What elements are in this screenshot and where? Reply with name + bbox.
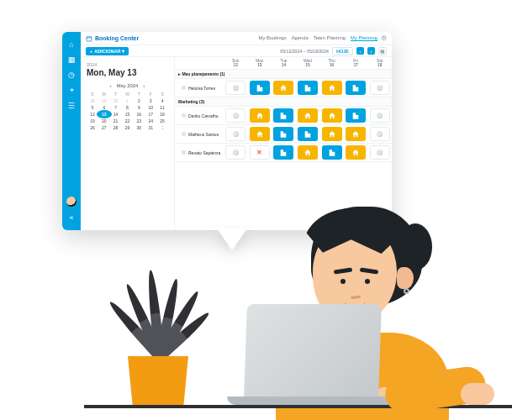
calendar-icon <box>86 35 92 42</box>
day-cell[interactable] <box>344 108 368 123</box>
plus-icon: + <box>90 49 92 54</box>
plan-row: Renato Sapienza <box>175 144 392 162</box>
doc-icon[interactable]: ☰ <box>68 102 75 110</box>
cal-prev-icon[interactable]: ‹ <box>110 83 112 88</box>
day-cell[interactable] <box>367 145 392 160</box>
illustration <box>0 202 512 420</box>
cal-next-icon[interactable]: › <box>143 83 145 88</box>
day-cell[interactable] <box>248 127 272 141</box>
day-cell[interactable] <box>224 127 248 141</box>
day-cell[interactable] <box>272 81 296 95</box>
person-illustration <box>252 202 471 403</box>
prev-week-button[interactable]: ‹ <box>356 47 364 55</box>
planning-panel: Sun12Mon13Tue14Wed15Thu16Fri17Sat18 ▸ Me… <box>175 57 392 230</box>
date-range: 05/12/2024 – 05/18/2024 <box>280 49 329 54</box>
day-cell[interactable] <box>272 108 296 123</box>
day-cell[interactable] <box>296 127 320 141</box>
plan-row: Danilo Carvalho <box>175 107 392 125</box>
day-cell[interactable] <box>344 145 368 160</box>
day-cell[interactable] <box>367 81 392 95</box>
plan-group[interactable]: Marketing (3) <box>175 97 392 107</box>
day-cell[interactable] <box>224 145 248 160</box>
day-cell[interactable] <box>319 127 344 141</box>
day-cell[interactable] <box>272 127 296 141</box>
chevron-down-icon: ▾ <box>122 49 124 54</box>
speech-pointer <box>217 228 247 250</box>
collapse-icon[interactable]: « <box>69 213 73 222</box>
gear-icon[interactable]: ⚙ <box>381 34 387 42</box>
calendar-grid[interactable]: SMTWTFS282930123456789101112131415161718… <box>87 92 168 130</box>
day-cell[interactable] <box>248 81 272 95</box>
day-cell[interactable] <box>319 108 344 123</box>
plan-group[interactable]: ▸ Meu planejamento (1) <box>175 70 392 79</box>
day-cell[interactable] <box>319 145 344 160</box>
cal-month-label: May 2024 <box>117 83 138 88</box>
person-name: Matheus Santos <box>175 132 224 137</box>
day-cell[interactable] <box>367 127 392 141</box>
day-cell[interactable] <box>248 145 272 160</box>
nav-my-planning[interactable]: My Planning <box>351 35 377 41</box>
sub-bar: + ADICIONAR ▾ 05/12/2024 – 05/18/2024 HO… <box>81 45 392 57</box>
mini-calendar: 2024 Mon, May 13 ‹ May 2024 › SMTWTFS282… <box>81 57 175 230</box>
booking-app-window: ⌂ ▦ ◷ ⌖ ☰ « Booking Center My Bookings A… <box>62 32 392 230</box>
avatar[interactable] <box>66 197 77 207</box>
day-cell[interactable] <box>296 108 320 123</box>
top-bar: Booking Center My Bookings Agenda Team P… <box>81 32 392 45</box>
day-cell[interactable] <box>319 81 344 95</box>
current-date: 2024 Mon, May 13 <box>87 62 168 77</box>
day-cell[interactable] <box>296 81 320 95</box>
top-nav: My Bookings Agenda Team Planning My Plan… <box>259 35 377 41</box>
page-title: Booking Center <box>86 35 139 42</box>
add-button[interactable]: + ADICIONAR ▾ <box>86 47 129 55</box>
pin-icon[interactable]: ⌖ <box>70 86 74 95</box>
clock-icon[interactable]: ◷ <box>68 71 75 79</box>
planning-header: Sun12Mon13Tue14Wed15Thu16Fri17Sat18 <box>175 57 392 70</box>
day-cell[interactable] <box>224 81 248 95</box>
nav-rail: ⌂ ▦ ◷ ⌖ ☰ « <box>62 32 81 230</box>
view-mode-button[interactable]: ▦ <box>378 47 387 55</box>
planning-body: ▸ Meu planejamento (1)Heloísa TorresMark… <box>175 70 392 230</box>
today-button[interactable]: HOJE <box>332 47 353 55</box>
nav-agenda[interactable]: Agenda <box>292 35 309 41</box>
next-week-button[interactable]: › <box>367 47 375 55</box>
day-cell[interactable] <box>344 81 368 95</box>
day-cell[interactable] <box>367 108 392 123</box>
person-name: Heloísa Torres <box>175 86 224 91</box>
nav-team-planning[interactable]: Team Planning <box>314 35 346 41</box>
plan-row: Matheus Santos <box>175 125 392 144</box>
laptop-illustration <box>227 304 404 405</box>
day-cell[interactable] <box>296 145 320 160</box>
person-name: Danilo Carvalho <box>175 113 224 118</box>
grid-icon[interactable]: ▦ <box>68 55 76 64</box>
day-cell[interactable] <box>272 145 296 160</box>
day-cell[interactable] <box>344 127 368 141</box>
nav-my-bookings[interactable]: My Bookings <box>259 35 287 41</box>
day-cell[interactable] <box>224 108 248 123</box>
person-name: Renato Sapienza <box>175 150 224 155</box>
home-icon[interactable]: ⌂ <box>69 40 73 49</box>
plan-row: Heloísa Torres <box>175 79 392 97</box>
day-cell[interactable] <box>248 108 272 123</box>
svg-rect-0 <box>87 36 92 40</box>
